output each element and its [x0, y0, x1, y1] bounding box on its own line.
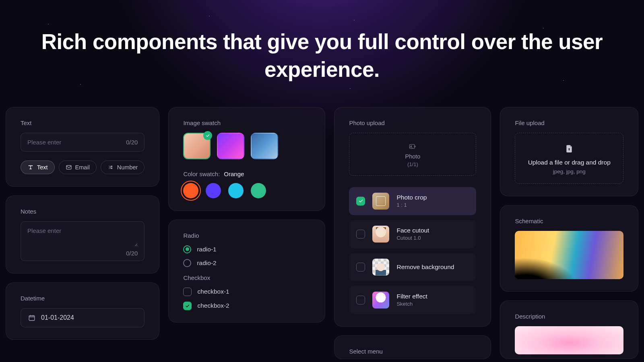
- checkbox-2-label: checkbox-2: [197, 302, 229, 309]
- image-plus-icon: [408, 143, 417, 151]
- option-filter-thumb: [372, 292, 389, 309]
- photo-drop-label: Photo: [349, 153, 476, 160]
- radio-checkbox-card: Radio radio-1 radio-2 Checkbox checkbox-…: [168, 220, 325, 323]
- radio-1-icon: [183, 245, 191, 253]
- select-menu-label: Select menu: [349, 348, 476, 355]
- mail-icon: [66, 164, 72, 171]
- option-filter-title: Filter effect: [396, 293, 427, 300]
- radio-1-label: radio-1: [197, 246, 216, 253]
- pill-number[interactable]: Number: [101, 160, 145, 174]
- radio-2-row[interactable]: radio-2: [183, 259, 310, 267]
- datetime-label: Datetime: [21, 295, 144, 302]
- datetime-input[interactable]: 01-01-2024: [21, 308, 144, 327]
- select-menu-card: Select menu: [334, 335, 491, 359]
- option-face-thumb: [372, 226, 389, 243]
- color-dot-orange[interactable]: [183, 183, 198, 198]
- pill-email-label: Email: [75, 164, 90, 171]
- datetime-value: 01-01-2024: [41, 314, 74, 321]
- text-icon: [27, 164, 34, 171]
- file-upload-icon: [565, 144, 573, 153]
- checkbox-2-icon: [183, 302, 192, 310]
- photo-upload-label: Photo upload: [349, 119, 476, 126]
- color-swatch-value: Orange: [224, 171, 244, 177]
- pill-email[interactable]: Email: [59, 160, 97, 174]
- notes-textarea-wrap[interactable]: 0/20: [21, 221, 144, 261]
- pill-number-label: Number: [117, 164, 138, 171]
- checkbox-1-label: checkbox-1: [197, 288, 229, 295]
- color-dot-green[interactable]: [251, 183, 266, 198]
- file-upload-formats: jpeg, jpg, png: [523, 169, 615, 175]
- check-icon: [203, 131, 212, 140]
- file-upload-card: File upload Upload a file or drag and dr…: [500, 107, 638, 196]
- page-headline: Rich components that give you full contr…: [0, 0, 644, 100]
- option-crop-sub: 1 : 1: [396, 202, 427, 208]
- photo-upload-card: Photo upload Photo (1/1) Photo crop 1 : …: [334, 107, 491, 327]
- color-swatch-label: Color swatch:: [183, 171, 220, 177]
- color-dot-cyan[interactable]: [228, 183, 244, 198]
- photo-drop-sub: (1/1): [349, 161, 476, 167]
- notes-textarea[interactable]: [27, 227, 138, 247]
- text-placeholder: Please enter: [27, 139, 61, 146]
- description-card: Description: [500, 300, 638, 359]
- color-dot-purple[interactable]: [206, 183, 221, 198]
- option-crop-thumb: [372, 193, 389, 210]
- text-input[interactable]: Please enter 0/20: [21, 133, 144, 152]
- number-icon: [107, 164, 114, 171]
- notes-counter: 0/20: [27, 250, 138, 257]
- checkbox-1-row[interactable]: checkbox-1: [183, 288, 310, 296]
- option-crop-check: [356, 197, 365, 206]
- option-remove-thumb: [372, 259, 389, 276]
- image-swatch-1[interactable]: [183, 133, 211, 159]
- image-swatch-3[interactable]: [251, 133, 278, 159]
- radio-2-label: radio-2: [197, 259, 216, 267]
- option-remove-check: [356, 263, 365, 272]
- option-remove-title: Remove background: [396, 263, 454, 271]
- swatch-card: Image swatch Color swatch: Orange: [168, 107, 325, 211]
- option-remove-bg[interactable]: Remove background: [349, 253, 476, 281]
- image-swatch-2[interactable]: [217, 133, 244, 159]
- file-upload-text: Upload a file or drag and drop: [523, 159, 615, 166]
- pill-text-label: Text: [37, 164, 48, 171]
- option-filter-check: [356, 296, 365, 304]
- text-card: Text Please enter 0/20 Text Email: [6, 107, 159, 187]
- radio-1-row[interactable]: radio-1: [183, 245, 310, 253]
- radio-2-icon: [183, 259, 191, 267]
- description-label: Description: [515, 313, 623, 320]
- option-face-cutout[interactable]: Face cutout Cutout 1.0: [349, 220, 476, 248]
- option-face-title: Face cutout: [396, 227, 429, 234]
- option-crop-title: Photo crop: [396, 194, 427, 201]
- checkbox-1-icon: [183, 288, 192, 296]
- text-label: Text: [21, 119, 144, 126]
- option-face-sub: Cutout 1.0: [396, 235, 429, 241]
- option-filter[interactable]: Filter effect Sketch: [349, 286, 476, 314]
- datetime-card: Datetime 01-01-2024: [6, 282, 159, 340]
- file-dropzone[interactable]: Upload a file or drag and drop jpeg, jpg…: [515, 133, 623, 184]
- schematic-image: [515, 231, 623, 279]
- text-counter: 0/20: [126, 139, 138, 146]
- notes-label: Notes: [21, 208, 144, 215]
- notes-card: Notes 0/20: [6, 195, 159, 274]
- pill-text[interactable]: Text: [21, 160, 55, 174]
- option-filter-sub: Sketch: [396, 301, 427, 307]
- schematic-card: Schematic: [500, 205, 638, 292]
- calendar-icon: [28, 314, 35, 321]
- option-photo-crop[interactable]: Photo crop 1 : 1: [349, 187, 476, 215]
- image-swatch-label: Image swatch: [183, 119, 310, 126]
- checkbox-label: Checkbox: [183, 274, 310, 281]
- photo-dropzone[interactable]: Photo (1/1): [349, 133, 476, 176]
- checkbox-2-row[interactable]: checkbox-2: [183, 302, 310, 310]
- file-upload-label: File upload: [515, 119, 623, 126]
- description-image: [515, 326, 623, 354]
- svg-rect-1: [29, 316, 35, 321]
- radio-label: Radio: [183, 232, 310, 239]
- option-face-check: [356, 230, 365, 239]
- schematic-label: Schematic: [515, 218, 623, 224]
